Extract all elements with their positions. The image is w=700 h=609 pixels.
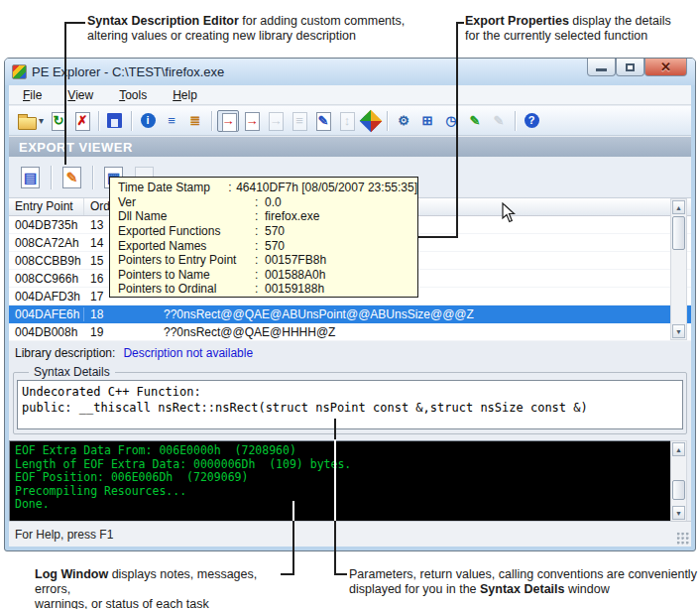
syntax-description-editor-button[interactable]: ✎ (58, 164, 85, 190)
dependency-scanner-icon: ⊞ (422, 114, 433, 127)
column-header-entry-point[interactable]: Entry Point (9, 198, 84, 215)
table-row[interactable]: 004DB008h19??0nsRect@@QAE@HHHH@Z (9, 323, 691, 341)
resize-grip-icon[interactable] (676, 532, 689, 545)
popup-row: Pointers to Name:001588A0h (118, 268, 417, 283)
toolbar-separator (387, 111, 388, 131)
popup-colon: : (255, 209, 265, 223)
log-line: EOF Extra Data From: 006E0000h (7208960) (15, 443, 296, 457)
scrollbar-thumb[interactable] (672, 216, 685, 250)
popup-colon: : (255, 282, 265, 296)
annotation-text: altering values or creating new library … (87, 29, 444, 44)
popup-value: 46410DF7h [08/05/2007 23:55:35] (236, 181, 417, 194)
table-scrollbar[interactable]: ▲ ▼ (670, 198, 687, 340)
groupbox-legend: Syntax Details (29, 365, 115, 379)
open-file-button[interactable] (16, 110, 38, 132)
log-line: EOF Position: 006E006Dh (7209069) (15, 470, 248, 484)
import-viewer-button[interactable]: → (241, 110, 263, 132)
main-toolbar: ▾↻✗i≡≣→→→≡✎↕⚙⊞◷✎✎? (9, 106, 691, 136)
annotation-log-window: Log Window displays notes, messages, err… (35, 567, 283, 609)
annotation-bold: Syntax Description Editor (87, 14, 239, 28)
cell-entry: 004DAFD3h (9, 290, 84, 304)
arrow-down-icon: ▼ (675, 328, 682, 335)
section-headers-button[interactable]: ≡ (161, 110, 182, 132)
debug-info-viewer-button[interactable]: ✎ (312, 110, 334, 132)
export-properties-popup: Time Date Stamp:46410DF7h [08/05/2007 23… (109, 177, 418, 298)
toolbar-separator (515, 111, 516, 131)
log-scrollbar[interactable]: ▲ ▼ (670, 440, 687, 522)
copy-export-list-button[interactable]: ▤ (17, 164, 44, 190)
scroll-down-button[interactable]: ▼ (672, 324, 685, 338)
popup-row: Dll Name:firefox.exe (118, 209, 417, 224)
annotation-text: displayed for you in the (349, 582, 480, 596)
popup-colon: : (255, 195, 265, 209)
data-directories-button[interactable]: ≣ (184, 110, 206, 132)
popup-label: Ver (118, 195, 255, 209)
headers-info-button[interactable]: i (137, 110, 159, 132)
resource-tools-button[interactable]: ✎ (464, 110, 486, 132)
menu-help[interactable]: Help (173, 88, 197, 102)
popup-row: Exported Names:570 (118, 238, 417, 253)
disassembler-button[interactable]: ⚙ (393, 110, 414, 132)
minimize-button[interactable] (587, 59, 616, 76)
cell-entry: 008CC966h (9, 272, 84, 286)
annotation-text: warnings, or status of each task (35, 597, 283, 609)
popup-colon: : (255, 239, 265, 253)
help-button[interactable]: ? (521, 110, 542, 132)
menu-tools[interactable]: Tools (119, 88, 147, 102)
toolbar-separator (98, 111, 99, 131)
log-line: Precompiling Resources... (15, 484, 186, 498)
scroll-down-button[interactable]: ▼ (672, 506, 685, 520)
cell-entry: 004DAFE6h (9, 307, 84, 321)
status-text: For Help, press F1 (15, 528, 113, 542)
popup-value: firefox.exe (265, 209, 319, 223)
title-bar[interactable]: PE Explorer - C:\TEST\firefox.exe ✕ (5, 59, 695, 85)
table-row-selected[interactable]: 004DAFE6h18??0nsRect@@QAE@ABUnsPoint@@AB… (9, 305, 691, 323)
help-icon: ? (525, 113, 539, 128)
callout-line (281, 573, 294, 575)
open-file-dropdown[interactable]: ▾ (39, 115, 44, 126)
time-date-stamp-button[interactable]: ◷ (440, 110, 462, 132)
section-headers-icon: ≡ (168, 114, 175, 127)
cell-entry: 004DB735h (9, 218, 84, 232)
close-file-button[interactable]: ✗ (71, 110, 93, 132)
callout-line (292, 521, 294, 575)
menu-view[interactable]: View (67, 88, 93, 102)
disassembler-icon: ⚙ (398, 114, 409, 127)
annotation-bold: Log Window (35, 567, 108, 581)
popup-value: 00157FB8h (265, 253, 326, 267)
app-icon (12, 64, 27, 79)
popup-value: 570 (265, 239, 285, 253)
dependency-scanner-button[interactable]: ⊞ (416, 110, 438, 132)
cell-ord: 19 (84, 325, 158, 339)
popup-label: Exported Names (118, 239, 255, 253)
relocation-viewer-icon: ↕ (344, 114, 351, 127)
library-description-label: Library description: (15, 346, 115, 360)
scrollbar-thumb[interactable] (672, 480, 685, 500)
maximize-button[interactable] (616, 59, 644, 76)
scroll-up-button[interactable]: ▲ (672, 200, 685, 214)
library-description-value[interactable]: Description not available (123, 346, 253, 360)
popup-label: Pointers to Entry Point (118, 253, 255, 267)
save-button[interactable] (104, 110, 126, 132)
export-viewer-icon: → (222, 114, 235, 127)
callout-line (334, 573, 347, 575)
exception-viewer-button: ≡ (289, 110, 310, 132)
syntax-line: Undecorated C++ Function: (22, 385, 201, 399)
callout-line (334, 521, 336, 575)
close-button[interactable]: ✕ (644, 59, 687, 76)
syntax-details-text[interactable]: Undecorated C++ Function:public: __thisc… (17, 380, 683, 429)
resource-viewer-button[interactable] (360, 110, 382, 132)
cell-entry: 008CCBB9h (9, 254, 84, 268)
window-title: PE Explorer - C:\TEST\firefox.exe (32, 64, 224, 79)
scroll-up-button[interactable]: ▲ (672, 442, 685, 456)
edit-pencil-icon: ✎ (66, 170, 78, 185)
log-window[interactable]: EOF Extra Data From: 006E0000h (7208960)… (9, 440, 671, 522)
export-viewer-banner: EXPORT VIEWER (9, 137, 691, 157)
library-description-row: Library description: Description not ava… (9, 342, 691, 364)
menu-file[interactable]: File (23, 88, 42, 102)
import-viewer-icon: → (246, 114, 259, 127)
cell-entry: 008CA72Ah (9, 236, 84, 250)
export-viewer-button[interactable]: → (217, 110, 239, 132)
annotation-syntax-details: Parameters, return values, calling conve… (349, 567, 698, 597)
delay-import-viewer-icon: → (270, 114, 283, 127)
